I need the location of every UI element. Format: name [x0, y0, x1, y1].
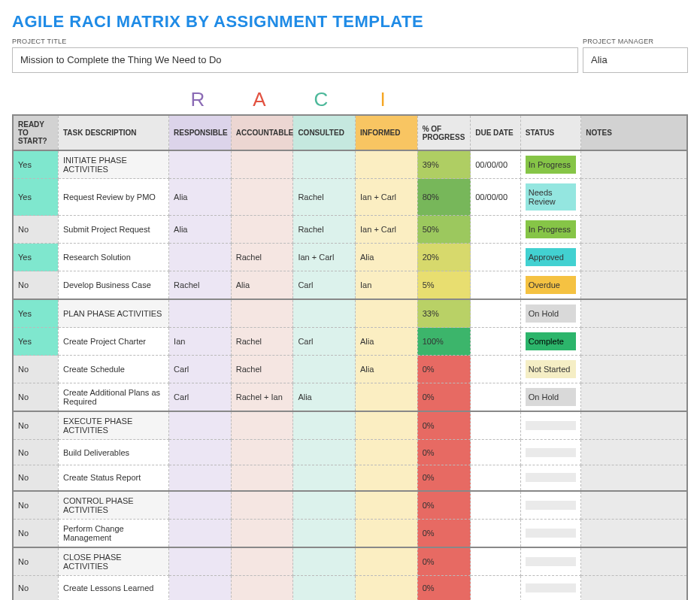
cell-informed[interactable]: Ian + Carl	[356, 216, 418, 244]
cell-responsible[interactable]	[169, 547, 232, 576]
cell-responsible[interactable]: Alia	[169, 216, 232, 244]
cell-notes[interactable]	[581, 150, 687, 179]
cell-informed[interactable]	[356, 383, 418, 412]
cell-informed[interactable]	[356, 465, 418, 491]
cell-consulted[interactable]	[293, 547, 356, 576]
cell-responsible[interactable]: Carl	[169, 383, 232, 412]
cell-accountable[interactable]	[231, 491, 293, 520]
cell-status[interactable]	[520, 575, 581, 600]
cell-notes[interactable]	[581, 328, 687, 356]
cell-task[interactable]: Create Additional Plans as Required	[58, 383, 168, 412]
cell-consulted[interactable]	[293, 411, 356, 440]
cell-notes[interactable]	[581, 491, 687, 520]
cell-progress[interactable]: 20%	[417, 244, 471, 271]
cell-ready[interactable]: No	[13, 411, 58, 440]
cell-responsible[interactable]	[169, 465, 232, 491]
cell-ready[interactable]: No	[13, 271, 58, 300]
cell-status[interactable]	[520, 547, 581, 576]
cell-progress[interactable]: 80%	[417, 179, 471, 216]
cell-accountable[interactable]	[231, 179, 293, 216]
cell-informed[interactable]: Alia	[356, 328, 418, 356]
cell-consulted[interactable]	[293, 575, 356, 600]
cell-informed[interactable]: Alia	[356, 356, 418, 383]
cell-informed[interactable]	[356, 299, 418, 328]
cell-task[interactable]: Build Deliverables	[58, 440, 168, 465]
cell-task[interactable]: Create Schedule	[58, 356, 168, 383]
cell-notes[interactable]	[581, 547, 687, 576]
cell-ready[interactable]: No	[13, 356, 58, 383]
cell-ready[interactable]: Yes	[13, 299, 58, 328]
cell-ready[interactable]: No	[13, 491, 58, 520]
cell-notes[interactable]	[581, 575, 687, 600]
cell-due[interactable]	[471, 575, 521, 600]
cell-due[interactable]	[471, 411, 521, 440]
cell-progress[interactable]: 0%	[417, 411, 471, 440]
cell-progress[interactable]: 0%	[417, 519, 471, 547]
cell-informed[interactable]	[356, 547, 418, 576]
cell-notes[interactable]	[581, 356, 687, 383]
cell-status[interactable]: On Hold	[520, 383, 581, 412]
cell-task[interactable]: Create Status Report	[58, 465, 168, 491]
cell-consulted[interactable]: Alia	[293, 383, 356, 412]
cell-consulted[interactable]: Ian + Carl	[293, 244, 356, 271]
cell-consulted[interactable]	[293, 356, 356, 383]
cell-informed[interactable]: Alia	[356, 244, 418, 271]
cell-informed[interactable]	[356, 575, 418, 600]
cell-notes[interactable]	[581, 271, 687, 300]
cell-due[interactable]	[471, 491, 521, 520]
cell-informed[interactable]	[356, 411, 418, 440]
cell-consulted[interactable]	[293, 299, 356, 328]
cell-status[interactable]: Approved	[520, 244, 581, 271]
cell-notes[interactable]	[581, 411, 687, 440]
cell-responsible[interactable]: Ian	[169, 328, 232, 356]
cell-progress[interactable]: 50%	[417, 216, 471, 244]
cell-accountable[interactable]	[231, 440, 293, 465]
cell-task[interactable]: EXECUTE PHASE ACTIVITIES	[58, 411, 168, 440]
cell-progress[interactable]: 100%	[417, 328, 471, 356]
cell-status[interactable]: Not Started	[520, 356, 581, 383]
cell-accountable[interactable]	[231, 411, 293, 440]
cell-ready[interactable]: No	[13, 216, 58, 244]
cell-progress[interactable]: 5%	[417, 271, 471, 300]
cell-informed[interactable]: Ian	[356, 271, 418, 300]
cell-due[interactable]	[471, 216, 521, 244]
cell-status[interactable]: Overdue	[520, 271, 581, 300]
cell-notes[interactable]	[581, 244, 687, 271]
cell-notes[interactable]	[581, 440, 687, 465]
cell-ready[interactable]: Yes	[13, 244, 58, 271]
cell-responsible[interactable]: Alia	[169, 179, 232, 216]
cell-ready[interactable]: Yes	[13, 179, 58, 216]
cell-informed[interactable]	[356, 440, 418, 465]
cell-responsible[interactable]	[169, 440, 232, 465]
cell-responsible[interactable]	[169, 150, 232, 179]
cell-consulted[interactable]	[293, 465, 356, 491]
project-manager-input[interactable]: Alia	[583, 47, 688, 73]
cell-status[interactable]: In Progress	[520, 216, 581, 244]
cell-responsible[interactable]	[169, 411, 232, 440]
project-title-input[interactable]: Mission to Complete the Thing We Need to…	[12, 47, 578, 73]
cell-accountable[interactable]: Rachel	[231, 328, 293, 356]
cell-task[interactable]: Create Project Charter	[58, 328, 168, 356]
cell-consulted[interactable]: Rachel	[293, 216, 356, 244]
cell-notes[interactable]	[581, 216, 687, 244]
cell-progress[interactable]: 0%	[417, 575, 471, 600]
cell-task[interactable]: INITIATE PHASE ACTIVITIES	[58, 150, 168, 179]
cell-notes[interactable]	[581, 299, 687, 328]
cell-accountable[interactable]	[231, 519, 293, 547]
cell-accountable[interactable]: Rachel + Ian	[231, 383, 293, 412]
cell-consulted[interactable]	[293, 519, 356, 547]
cell-responsible[interactable]	[169, 575, 232, 600]
cell-accountable[interactable]	[231, 575, 293, 600]
cell-consulted[interactable]	[293, 150, 356, 179]
cell-task[interactable]: Create Lessons Learned	[58, 575, 168, 600]
cell-accountable[interactable]	[231, 547, 293, 576]
cell-ready[interactable]: No	[13, 440, 58, 465]
cell-status[interactable]: Needs Review	[520, 179, 581, 216]
cell-task[interactable]: CLOSE PHASE ACTIVITIES	[58, 547, 168, 576]
cell-status[interactable]	[520, 519, 581, 547]
cell-status[interactable]: In Progress	[520, 150, 581, 179]
cell-due[interactable]	[471, 328, 521, 356]
cell-responsible[interactable]	[169, 244, 232, 271]
cell-task[interactable]: Perform Change Management	[58, 519, 168, 547]
cell-progress[interactable]: 0%	[417, 491, 471, 520]
